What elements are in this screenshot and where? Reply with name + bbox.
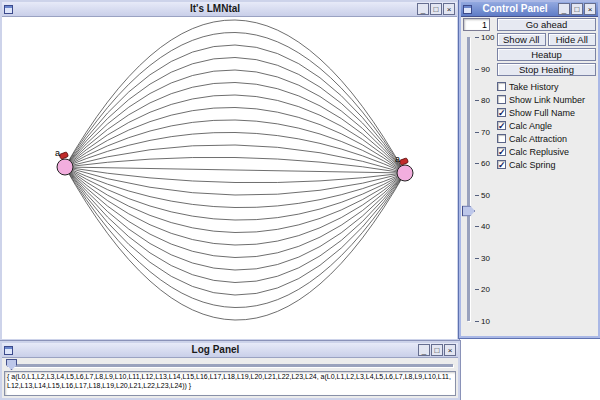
step-count-field[interactable]	[463, 18, 490, 31]
log-history-slider[interactable]	[4, 359, 456, 370]
checkbox-label: Calc Angle	[509, 121, 552, 131]
show-all-button[interactable]: Show All	[497, 33, 546, 46]
slider-label: 20	[481, 285, 490, 294]
graph-canvas[interactable]: aa	[2, 17, 457, 339]
window-controls: _ □ ×	[418, 344, 456, 356]
controls-column: Go ahead Show All Hide All Heatup Stop H…	[495, 18, 597, 335]
maximize-button[interactable]: □	[430, 3, 442, 15]
checkbox-label: Show Link Number	[509, 95, 585, 105]
slider-label: 80	[481, 96, 490, 105]
checkbox-calc-spring[interactable]: ✓Calc Spring	[497, 159, 596, 170]
log-slider-track[interactable]	[7, 364, 453, 367]
slider-tick	[475, 226, 479, 227]
window-icon	[463, 5, 472, 14]
show-hide-row: Show All Hide All	[497, 33, 596, 46]
link-curve	[65, 167, 405, 308]
window-title: Log Panel	[15, 343, 416, 357]
checkbox-take-history[interactable]: Take History	[497, 81, 596, 92]
slider-labels: 100908070605040302010	[481, 37, 495, 321]
slider-tick	[475, 163, 479, 164]
options-list: Take HistoryShow Link Number✓Show Full N…	[497, 81, 596, 170]
link-curve	[65, 32, 405, 173]
log-output[interactable]: { a(L0,L1,L2,L3,L4,L5,L6,L7,L8,L9,L10,L1…	[4, 371, 456, 396]
minimize-button[interactable]: _	[417, 3, 429, 15]
window-title: It's LMNtal	[15, 2, 415, 16]
checkbox-box[interactable]	[497, 134, 506, 143]
window-icon	[4, 346, 13, 355]
slider-tick	[475, 195, 479, 196]
atom-icon	[399, 158, 408, 165]
minimize-button[interactable]: _	[558, 3, 570, 15]
graph-svg[interactable]: aa	[2, 17, 457, 339]
checkbox-box[interactable]: ✓	[497, 121, 506, 130]
slider-thumb[interactable]	[462, 206, 475, 217]
stop-heating-button[interactable]: Stop Heating	[497, 63, 596, 76]
checkbox-label: Take History	[509, 82, 559, 92]
link-curve	[65, 57, 405, 173]
maximize-button[interactable]: □	[431, 344, 443, 356]
checkbox-calc-angle[interactable]: ✓Calc Angle	[497, 120, 596, 131]
slider-label: 30	[481, 253, 490, 262]
slider-label: 70	[481, 127, 490, 136]
checkbox-show-full-name[interactable]: ✓Show Full Name	[497, 107, 596, 118]
slider-track[interactable]	[467, 37, 470, 321]
control-panel-body: 100908070605040302010 Go ahead Show All …	[461, 17, 598, 336]
titlebar-log-panel[interactable]: Log Panel _ □ ×	[2, 343, 458, 358]
slider-label: 100	[481, 33, 494, 42]
slider-column: 100908070605040302010	[462, 18, 495, 335]
checkbox-label: Show Full Name	[509, 108, 575, 118]
checkbox-label: Calc Spring	[509, 160, 556, 170]
heatup-button[interactable]: Heatup	[497, 48, 596, 61]
close-button[interactable]: ×	[584, 3, 596, 15]
link-curve	[65, 167, 405, 283]
checkbox-box[interactable]: ✓	[497, 160, 506, 169]
minimize-button[interactable]: _	[418, 344, 430, 356]
link-curve	[65, 45, 405, 173]
close-button[interactable]: ×	[443, 3, 455, 15]
window-log-panel: Log Panel _ □ × { a(L0,L1,L2,L3,L4,L5,L6…	[0, 341, 460, 400]
slider-label: 10	[481, 317, 490, 326]
checkbox-show-link-number[interactable]: Show Link Number	[497, 94, 596, 105]
slider-label: 90	[481, 64, 490, 73]
link-curve	[65, 167, 405, 173]
atom-circle[interactable]	[397, 165, 413, 181]
link-curve	[65, 132, 405, 173]
log-panel-body: { a(L0,L1,L2,L3,L4,L5,L6,L7,L8,L9,L10,L1…	[2, 358, 458, 398]
slider-label: 40	[481, 222, 490, 231]
window-controls: _ □ ×	[417, 3, 455, 15]
checkbox-box[interactable]	[497, 82, 506, 91]
slider-tick	[475, 321, 479, 322]
atom-label: a	[395, 154, 400, 164]
hide-all-button[interactable]: Hide All	[548, 33, 597, 46]
slider-label: 50	[481, 190, 490, 199]
checkbox-box[interactable]: ✓	[497, 108, 506, 117]
window-control-panel: Control Panel _ □ × 10090807060504030201…	[459, 0, 600, 338]
titlebar-lmntal[interactable]: It's LMNtal _ □ ×	[2, 2, 457, 17]
link-curve	[65, 167, 405, 208]
checkbox-box[interactable]: ✓	[497, 147, 506, 156]
slider-tick	[475, 132, 479, 133]
window-lmntal: It's LMNtal _ □ × aa	[0, 0, 459, 341]
checkbox-calc-replusive[interactable]: ✓Calc Replusive	[497, 146, 596, 157]
go-ahead-button[interactable]: Go ahead	[497, 18, 596, 31]
window-title: Control Panel	[474, 2, 556, 16]
atom-circle[interactable]	[57, 159, 73, 175]
link-curve	[65, 167, 405, 295]
slider-tick	[475, 258, 479, 259]
log-slider-thumb[interactable]	[6, 359, 17, 370]
maximize-button[interactable]: □	[571, 3, 583, 15]
temperature-slider[interactable]: 100908070605040302010	[462, 35, 495, 323]
checkbox-box[interactable]	[497, 95, 506, 104]
slider-label: 60	[481, 159, 490, 168]
atom[interactable]: a	[55, 148, 73, 175]
link-curve	[65, 20, 405, 173]
slider-tick	[475, 289, 479, 290]
slider-ticks	[475, 37, 479, 321]
close-button[interactable]: ×	[444, 344, 456, 356]
slider-tick	[475, 69, 479, 70]
atom-label: a	[55, 148, 60, 158]
checkbox-calc-attraction[interactable]: Calc Attraction	[497, 133, 596, 144]
slider-tick	[475, 100, 479, 101]
checkbox-label: Calc Attraction	[509, 134, 567, 144]
titlebar-control-panel[interactable]: Control Panel _ □ ×	[461, 2, 598, 17]
